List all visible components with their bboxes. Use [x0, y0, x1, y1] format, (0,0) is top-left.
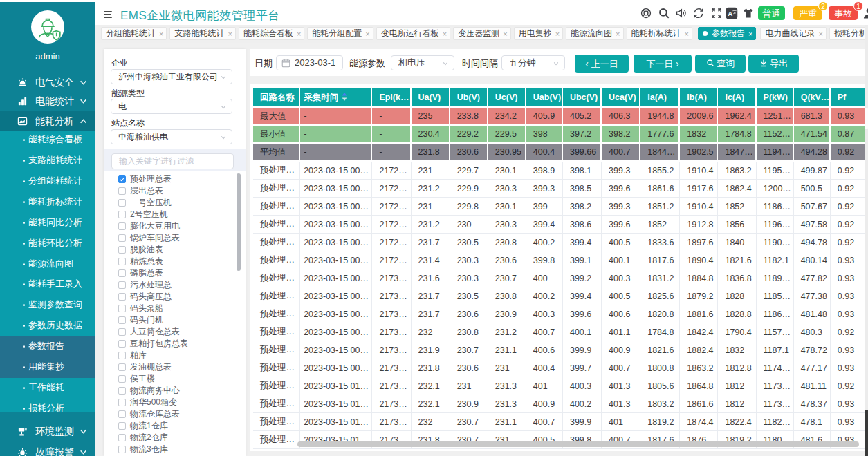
svg-text:A: A — [728, 10, 732, 17]
